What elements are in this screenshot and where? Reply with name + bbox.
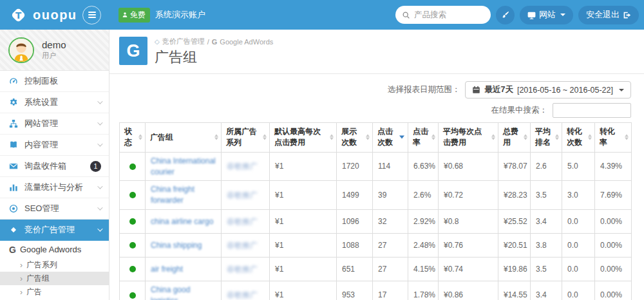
breadcrumb-separator: / <box>207 38 209 46</box>
adgroups-table-wrap: 状态广告组所属广告系列默认最高每次点击费用展示次数点击次数点击率平均每次点击费用… <box>109 118 644 300</box>
chevron-down-icon <box>97 98 102 104</box>
sidebar-item-label: 竞价广告管理 <box>24 224 75 236</box>
cost-cell: ¥28.23 <box>498 181 531 210</box>
ad-group-link[interactable]: China shipping <box>151 241 202 250</box>
column-header-平均排名[interactable]: 平均排名 <box>531 123 562 153</box>
sidebar-item-控制面板[interactable]: 控制面板 <box>0 71 109 92</box>
logout-label: 安全退出 <box>586 9 620 21</box>
sidebar-item-label: 控制面板 <box>24 75 58 87</box>
breadcrumb-item-2[interactable]: Google AdWords <box>220 38 273 46</box>
column-header-平均每次点击费用[interactable]: 平均每次点击费用 <box>439 123 498 153</box>
column-header-所属广告系列[interactable]: 所属广告系列 <box>222 123 270 153</box>
logout-icon <box>623 11 631 19</box>
result-search-label: 在结果中搜索： <box>491 105 548 116</box>
column-label: 默认最高每次点击费用 <box>274 127 321 147</box>
column-header-转化率[interactable]: 转化率 <box>595 123 632 153</box>
column-header-展示次数[interactable]: 展示次数 <box>337 123 373 153</box>
ctr-cell: 2.92% <box>408 209 439 233</box>
impressions-cell: 953 <box>337 281 373 300</box>
conversions-cell: 0.0 <box>562 257 595 281</box>
date-range-value: 最近7天 <box>484 84 513 95</box>
status-cell <box>120 181 146 210</box>
impressions-cell: 1088 <box>337 233 373 257</box>
website-menu-button[interactable]: 网站 <box>520 6 573 24</box>
column-header-默认最高每次点击费用[interactable]: 默认最高每次点击费用 <box>270 123 337 153</box>
ad-group-link[interactable]: China freight forwarder <box>151 185 194 205</box>
column-header-状态[interactable]: 状态 <box>120 123 146 153</box>
column-header-广告组[interactable]: 广告组 <box>146 123 222 153</box>
ad-group-link[interactable]: china airline cargo <box>151 217 213 226</box>
sidebar-item-网站管理[interactable]: 网站管理 <box>0 113 109 135</box>
campaign-link[interactable]: 谷歌推广 <box>227 265 258 274</box>
sidebar-item-内容管理[interactable]: 内容管理 <box>0 135 109 156</box>
logo-text: ouopu <box>33 8 77 23</box>
sidebar-item-询盘收件箱[interactable]: 询盘收件箱1 <box>0 156 109 177</box>
campaign-link[interactable]: 谷歌推广 <box>227 191 258 200</box>
avg_cpc-cell: ¥0.74 <box>439 257 498 281</box>
avg_position-cell: 2.6 <box>531 152 562 181</box>
sitemap-icon <box>9 119 19 129</box>
svg-text:T: T <box>15 10 22 20</box>
breadcrumb-item-1[interactable]: 竞价广告管理 <box>162 37 205 46</box>
sidebar-item-竞价广告管理[interactable]: 竞价广告管理 <box>0 220 109 241</box>
result-search-input[interactable] <box>553 103 631 118</box>
sidebar-item-label: 流量统计与分析 <box>24 182 83 193</box>
column-header-转化次数[interactable]: 转化次数 <box>562 123 595 153</box>
app-logo[interactable]: T ouopu <box>0 5 82 25</box>
sidebar-subitem-广告[interactable]: ›广告 <box>0 285 109 299</box>
campaign-link[interactable]: 谷歌推广 <box>227 290 258 299</box>
sidebar-item-流量统计与分析[interactable]: 流量统计与分析 <box>0 177 109 198</box>
clicks-cell: 39 <box>373 181 408 210</box>
column-label: 转化次数 <box>567 127 582 147</box>
sidebar-subitem-广告组[interactable]: ›广告组 <box>0 272 109 285</box>
google-g-icon: G <box>9 245 16 255</box>
brush-icon <box>501 11 509 19</box>
sidebar-subitem-label: 广告 <box>26 286 42 297</box>
avg_cpc-cell: ¥0.72 <box>439 181 498 210</box>
sidebar-subitem-广告系列[interactable]: ›广告系列 <box>0 258 109 272</box>
table-row: air freight谷歌推广¥1651274.15%¥0.74¥19.863.… <box>120 257 632 281</box>
sidebar-item-SEO管理[interactable]: SEO管理 <box>0 198 109 220</box>
column-header-点击次数[interactable]: 点击次数 <box>373 123 408 153</box>
ad-group-link[interactable]: China good logistics <box>151 285 190 300</box>
ad-group-link[interactable]: air freight <box>151 265 183 274</box>
clicks-cell: 17 <box>373 281 408 300</box>
user-role: 用户 <box>42 51 66 61</box>
sidebar-item-label: 网站管理 <box>24 118 58 129</box>
column-header-总费用[interactable]: 总费用 <box>498 123 531 153</box>
column-header-点击率[interactable]: 点击率 <box>408 123 439 153</box>
conversions-cell: 0.0 <box>562 209 595 233</box>
theme-brush-button[interactable] <box>496 6 515 24</box>
sidebar-item-系统设置[interactable]: 系统设置 <box>0 92 109 113</box>
campaign-link[interactable]: 谷歌推广 <box>227 217 258 226</box>
campaign-cell: 谷歌推广 <box>222 281 270 300</box>
sidebar-google-adwords-header[interactable]: G Google Adwords <box>0 241 109 258</box>
sort-icon <box>625 135 629 140</box>
max_cpc-cell: ¥1 <box>270 281 337 300</box>
conv_rate-cell: 0.00% <box>595 257 632 281</box>
campaign-cell: 谷歌推广 <box>222 181 270 210</box>
sidebar-item-label: SEO管理 <box>24 203 59 214</box>
campaign-link[interactable]: 谷歌推广 <box>227 241 258 250</box>
impressions-cell: 1096 <box>337 209 373 233</box>
column-label: 平均每次点击费用 <box>443 127 482 147</box>
user-name: demo <box>42 39 66 50</box>
ad-group-link[interactable]: China International courier <box>151 156 216 176</box>
caret-down-icon <box>619 89 624 91</box>
conversions-cell: 0.0 <box>562 281 595 300</box>
product-search[interactable] <box>395 6 491 24</box>
hamburger-icon <box>88 12 96 13</box>
product-search-input[interactable] <box>414 10 478 19</box>
sort-desc-icon <box>399 136 404 139</box>
sort-icon <box>431 135 435 140</box>
conv_rate-cell: 0.00% <box>595 209 632 233</box>
user-panel: demo 用户 <box>0 30 109 71</box>
account-zone[interactable]: 免费 系统演示账户 <box>118 8 205 23</box>
campaign-link[interactable]: 谷歌推广 <box>227 162 258 171</box>
max_cpc-cell: ¥1 <box>270 257 337 281</box>
logout-button[interactable]: 安全退出 <box>578 6 639 24</box>
ad-group-cell: China good logistics <box>146 281 222 300</box>
date-range-button[interactable]: 最近7天 [2016-05-16 ~ 2016-05-22] <box>465 81 631 98</box>
table-row: china airline cargo谷歌推广¥11096322.92%¥0.8… <box>120 209 632 233</box>
sidebar-toggle-button[interactable] <box>82 6 101 24</box>
